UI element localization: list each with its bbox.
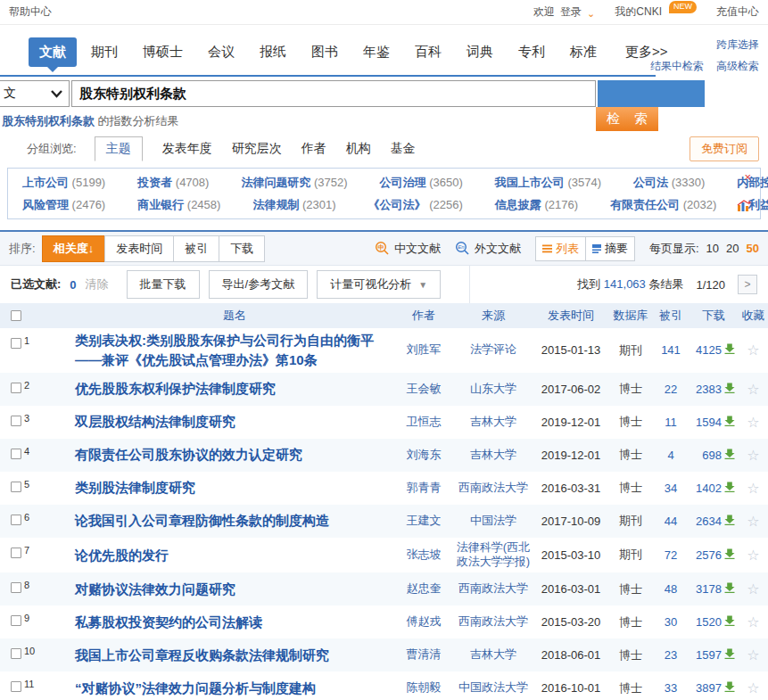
doc-title-link[interactable]: “对赌协议”法律效力问题分析与制度建构 bbox=[75, 679, 394, 698]
doc-title-link[interactable]: 有限责任公司股东协议的效力认定研究 bbox=[75, 445, 394, 465]
download-icon-wrap[interactable] bbox=[724, 515, 735, 528]
doc-download-count[interactable]: 1402 bbox=[696, 482, 722, 495]
row-checkbox[interactable] bbox=[11, 338, 21, 349]
doc-source-link[interactable]: 中国法学 bbox=[453, 514, 533, 529]
download-icon[interactable] bbox=[724, 582, 735, 593]
doc-cited-count[interactable]: 48 bbox=[653, 582, 689, 596]
doc-title-link[interactable]: 双层股权结构法律制度研究 bbox=[75, 412, 394, 432]
download-icon-wrap[interactable] bbox=[724, 681, 735, 695]
download-icon-wrap[interactable] bbox=[724, 343, 735, 357]
download-icon[interactable] bbox=[724, 648, 735, 659]
topic-tag-商业银行[interactable]: 商业银行 (2458) bbox=[137, 197, 220, 213]
doc-cited-count[interactable]: 11 bbox=[653, 416, 689, 429]
topic-tag-信息披露[interactable]: 信息披露 (2176) bbox=[495, 197, 578, 213]
doc-cited-count[interactable]: 22 bbox=[653, 383, 689, 396]
nav-tab-专利[interactable]: 专利 bbox=[508, 37, 556, 67]
download-icon-wrap[interactable] bbox=[724, 615, 735, 629]
advanced-search-link[interactable]: 高级检索 bbox=[716, 59, 759, 74]
row-checkbox[interactable] bbox=[11, 383, 21, 393]
next-page-button[interactable]: > bbox=[738, 275, 757, 294]
nav-tab-百科[interactable]: 百科 bbox=[404, 37, 452, 67]
nav-tab-博硕士[interactable]: 博硕士 bbox=[132, 37, 194, 67]
download-icon-wrap[interactable] bbox=[724, 383, 735, 396]
download-icon[interactable] bbox=[724, 681, 735, 692]
doc-author-link[interactable]: 赵忠奎 bbox=[394, 581, 453, 597]
nav-tab-词典[interactable]: 词典 bbox=[456, 37, 504, 67]
group-item-研究层次[interactable]: 研究层次 bbox=[232, 141, 282, 157]
favorite-star-icon[interactable]: ☆ bbox=[739, 414, 768, 431]
download-icon[interactable] bbox=[724, 548, 735, 559]
download-icon[interactable] bbox=[724, 343, 735, 354]
doc-author-link[interactable]: 王建文 bbox=[394, 514, 453, 529]
doc-cited-count[interactable]: 4 bbox=[653, 449, 689, 462]
group-item-基金[interactable]: 基金 bbox=[391, 141, 416, 157]
doc-author-link[interactable]: 卫恒志 bbox=[394, 415, 453, 430]
doc-source-link[interactable]: 西南政法大学 bbox=[453, 481, 533, 496]
topic-tag-内部控制[interactable]: 内部控制 (3088) bbox=[737, 175, 768, 191]
doc-source-link[interactable]: 吉林大学 bbox=[453, 647, 533, 663]
download-icon[interactable] bbox=[724, 615, 735, 626]
download-icon-wrap[interactable] bbox=[724, 449, 735, 462]
doc-cited-count[interactable]: 44 bbox=[653, 515, 689, 528]
nav-tab-标准[interactable]: 标准 bbox=[559, 37, 607, 67]
login-link[interactable]: 登录 bbox=[560, 4, 582, 20]
help-center-link[interactable]: 帮助中心 bbox=[9, 4, 52, 20]
download-icon-wrap[interactable] bbox=[724, 648, 735, 662]
nav-tab-期刊[interactable]: 期刊 bbox=[80, 37, 128, 67]
doc-author-link[interactable]: 刘海东 bbox=[394, 448, 453, 463]
nav-tab-图书[interactable]: 图书 bbox=[301, 37, 349, 67]
view-abstract-button[interactable]: 摘要 bbox=[585, 237, 634, 260]
batch-download-button[interactable]: 批量下载 bbox=[127, 270, 200, 299]
row-checkbox[interactable] bbox=[11, 681, 21, 692]
doc-source-link[interactable]: 山东大学 bbox=[453, 382, 533, 397]
visual-analysis-button[interactable]: 计量可视化分析 ▼ bbox=[317, 270, 441, 299]
search-field-selector[interactable]: 文 bbox=[0, 80, 70, 107]
doc-cited-count[interactable]: 33 bbox=[653, 681, 689, 695]
free-subscribe-button[interactable]: 免费订阅 bbox=[690, 136, 759, 161]
row-checkbox[interactable] bbox=[11, 548, 21, 558]
download-icon[interactable] bbox=[724, 449, 735, 459]
download-icon[interactable] bbox=[724, 383, 735, 393]
topic-tag-有限责任公司[interactable]: 有限责任公司 (2032) bbox=[610, 197, 716, 213]
download-icon-wrap[interactable] bbox=[724, 548, 735, 562]
download-icon[interactable] bbox=[724, 482, 735, 492]
doc-title-link[interactable]: 论优先股的发行 bbox=[75, 546, 394, 565]
nav-tab-文献[interactable]: 文献 bbox=[29, 37, 77, 67]
doc-download-count[interactable]: 3178 bbox=[696, 582, 722, 596]
topic-tag-风险管理[interactable]: 风险管理 (2476) bbox=[22, 197, 105, 213]
doc-title-link[interactable]: 我国上市公司章程反收购条款法律规制研究 bbox=[75, 646, 394, 665]
sort-option-1[interactable]: 发表时间 bbox=[104, 235, 174, 262]
favorite-star-icon[interactable]: ☆ bbox=[739, 547, 768, 564]
chevron-down-icon[interactable]: ⌄ bbox=[587, 8, 595, 20]
topic-tag-公司治理[interactable]: 公司治理 (3650) bbox=[380, 175, 463, 191]
my-cnki-link[interactable]: 我的CNKI bbox=[615, 4, 662, 20]
doc-author-link[interactable]: 傅赵戎 bbox=[394, 614, 453, 630]
topic-tag-上市公司[interactable]: 上市公司 (5199) bbox=[22, 175, 105, 191]
search-input[interactable] bbox=[71, 80, 596, 107]
doc-title-link[interactable]: 私募股权投资契约的公司法解读 bbox=[75, 613, 394, 632]
row-checkbox[interactable] bbox=[11, 449, 21, 459]
foreign-literature-toggle[interactable]: En 外文文献 bbox=[455, 241, 521, 257]
doc-author-link[interactable]: 郭青青 bbox=[394, 481, 453, 496]
favorite-star-icon[interactable]: ☆ bbox=[739, 679, 768, 696]
per-page-50[interactable]: 50 bbox=[747, 242, 759, 255]
doc-author-link[interactable]: 王会敏 bbox=[394, 382, 453, 397]
doc-title-link[interactable]: 类别表决权:类别股股东保护与公司行为自由的衡平——兼评《优先股试点管理办法》第1… bbox=[75, 331, 394, 370]
per-page-10[interactable]: 10 bbox=[706, 242, 719, 255]
doc-title-link[interactable]: 论我国引入公司章程防御性条款的制度构造 bbox=[75, 511, 394, 531]
result-search-link[interactable]: 结果中检索 bbox=[650, 59, 704, 74]
index-analysis-link[interactable]: 股东特别权利条款 bbox=[2, 114, 95, 128]
cross-db-link[interactable]: 跨库选择 bbox=[716, 37, 759, 53]
doc-cited-count[interactable]: 141 bbox=[653, 343, 689, 357]
topic-tag-《公司法》[interactable]: 《公司法》 (2256) bbox=[368, 197, 463, 213]
chart-trend-icon[interactable] bbox=[737, 199, 752, 215]
favorite-star-icon[interactable]: ☆ bbox=[739, 480, 768, 497]
doc-title-link[interactable]: 对赌协议法律效力问题研究 bbox=[75, 580, 394, 599]
sort-option-3[interactable]: 下载 bbox=[219, 235, 265, 262]
topic-tag-公司法[interactable]: 公司法 (3330) bbox=[633, 175, 705, 191]
topic-tag-我国上市公司[interactable]: 我国上市公司 (3574) bbox=[495, 175, 601, 191]
favorite-star-icon[interactable]: ☆ bbox=[739, 614, 768, 630]
recharge-center-link[interactable]: 充值中心 bbox=[716, 4, 759, 20]
doc-cited-count[interactable]: 34 bbox=[653, 482, 689, 495]
export-reference-button[interactable]: 导出/参考文献 bbox=[209, 270, 309, 299]
